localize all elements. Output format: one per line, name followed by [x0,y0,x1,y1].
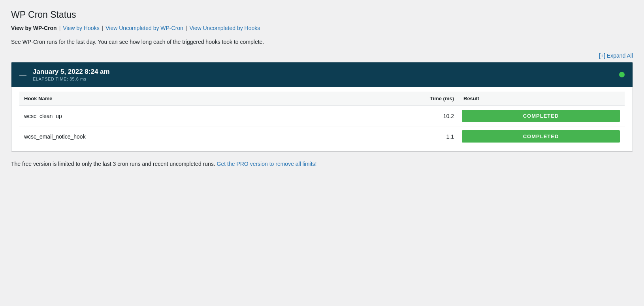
hook-name-cell: wcsc_email_notice_hook [19,126,317,147]
cron-table: Hook Name Time (ms) Result wcsc_clean_up… [19,92,625,146]
completed-badge: COMPLETED [462,130,620,143]
nav-link-view-uncompleted-hooks[interactable]: View Uncompleted by Hooks [190,25,260,31]
nav-links: View by WP-Cron | View by Hooks | View U… [11,25,633,31]
nav-separator-3: | [186,25,187,31]
footer-text: The free version is limited to only the … [11,161,215,167]
collapse-icon[interactable]: — [19,71,26,78]
result-cell: COMPLETED [459,106,625,126]
cron-card: — January 5, 2022 8:24 am ELAPSED TIME: … [11,62,633,152]
table-row: wcsc_clean_up 10.2 COMPLETED [19,106,625,126]
time-cell: 10.2 [317,106,459,126]
cron-table-body: wcsc_clean_up 10.2 COMPLETED wcsc_email_… [19,106,625,147]
col-time: Time (ms) [317,92,459,106]
result-cell: COMPLETED [459,126,625,147]
nav-separator-1: | [59,25,61,31]
page-title: WP Cron Status [11,9,633,20]
description-text: See WP-Cron runs for the last day. You c… [11,38,633,46]
pro-version-link[interactable]: Get the PRO version to remove all limits… [217,161,317,167]
table-header-row: Hook Name Time (ms) Result [19,92,625,106]
footer-note: The free version is limited to only the … [11,160,633,168]
expand-all-link[interactable]: [+] Expand All [599,53,633,59]
col-hook-name: Hook Name [19,92,317,106]
table-row: wcsc_email_notice_hook 1.1 COMPLETED [19,126,625,147]
cron-elapsed: ELAPSED TIME: 35.6 ms [33,77,110,81]
nav-separator-2: | [102,25,104,31]
nav-link-view-by-wpcron[interactable]: View by WP-Cron [11,25,57,31]
nav-link-view-uncompleted-wpcron[interactable]: View Uncompleted by WP-Cron [105,25,183,31]
col-result: Result [459,92,625,106]
status-dot [619,72,625,77]
completed-badge: COMPLETED [462,110,620,122]
time-cell: 1.1 [317,126,459,147]
cron-datetime: January 5, 2022 8:24 am [33,68,110,76]
expand-all-row: [+] Expand All [11,53,633,59]
cron-header-info: January 5, 2022 8:24 am ELAPSED TIME: 35… [33,68,110,81]
nav-link-view-by-hooks[interactable]: View by Hooks [63,25,99,31]
hook-name-cell: wcsc_clean_up [19,106,317,126]
cron-table-wrapper: Hook Name Time (ms) Result wcsc_clean_up… [11,87,633,151]
cron-header: — January 5, 2022 8:24 am ELAPSED TIME: … [11,62,633,87]
